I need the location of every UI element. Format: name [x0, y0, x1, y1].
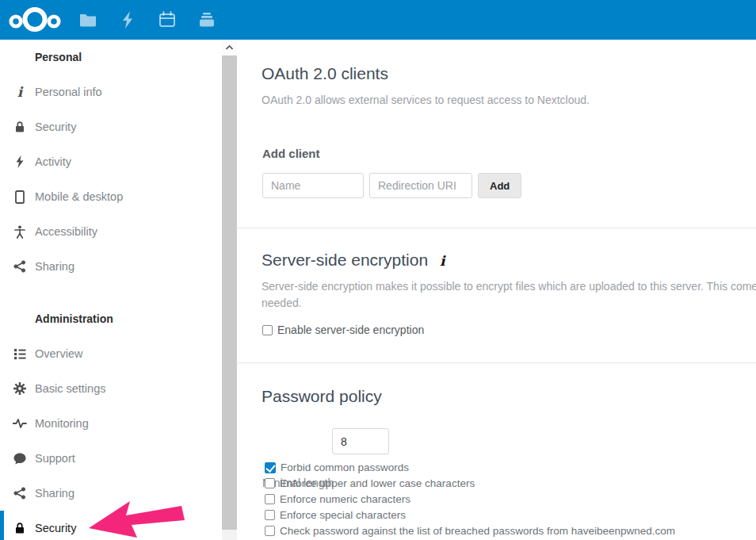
lightning-icon — [13, 155, 27, 169]
phone-icon — [13, 190, 27, 204]
sidebar-item-security-admin[interactable]: Security — [0, 511, 222, 540]
oauth-section-description: OAuth 2.0 allows external services to re… — [262, 94, 590, 106]
share-icon — [13, 486, 27, 500]
enforce-special-checkbox[interactable] — [265, 510, 275, 520]
enforce-numeric-row[interactable]: Enforce numeric characters — [265, 493, 410, 505]
sidebar-item-overview[interactable]: Overview — [0, 336, 222, 371]
client-name-input[interactable] — [262, 173, 364, 198]
deck-icon[interactable] — [197, 10, 216, 29]
check-hibp-checkbox[interactable] — [265, 526, 275, 536]
sidebar-item-support[interactable]: Support — [0, 441, 222, 476]
enable-encryption-checkbox[interactable] — [262, 325, 273, 335]
top-header-bar — [0, 0, 756, 40]
redirection-uri-input[interactable] — [369, 173, 472, 198]
encryption-description-line2: needed. — [262, 297, 302, 309]
sidebar-item-monitoring[interactable]: Monitoring — [0, 406, 222, 441]
accessibility-icon — [13, 224, 27, 239]
enforce-special-row[interactable]: Enforce special characters — [265, 509, 406, 521]
password-policy-section-title: Password policy — [262, 387, 382, 406]
sidebar-scrollbar[interactable] — [222, 40, 237, 540]
nextcloud-logo-icon[interactable] — [9, 6, 61, 33]
enforce-numeric-checkbox[interactable] — [265, 494, 275, 504]
sidebar-item-sharing-admin[interactable]: Sharing — [0, 476, 222, 511]
section-divider — [238, 228, 756, 228]
sidebar-item-accessibility[interactable]: Accessibility — [0, 214, 222, 249]
scrollbar-thumb[interactable] — [222, 56, 237, 530]
add-client-button[interactable]: Add — [478, 173, 521, 198]
info-icon: i — [13, 85, 27, 99]
section-divider — [238, 362, 756, 363]
enforce-upper-lower-checkbox[interactable] — [265, 478, 275, 488]
info-icon[interactable]: i — [440, 253, 445, 269]
activity-lightning-icon[interactable] — [118, 10, 137, 29]
forbid-common-passwords-row[interactable]: Forbid common passwords — [265, 461, 409, 473]
check-hibp-row[interactable]: Check password against the list of breac… — [265, 525, 675, 537]
gear-icon — [13, 381, 27, 396]
sidebar-gap — [0, 284, 222, 301]
settings-content: OAuth 2.0 clients OAuth 2.0 allows exter… — [238, 40, 756, 540]
sidebar-item-security-personal[interactable]: Security — [0, 109, 222, 144]
encryption-section-title: Server-side encryptioni — [262, 251, 445, 270]
minimal-length-input[interactable] — [332, 428, 389, 454]
calendar-icon[interactable] — [158, 10, 177, 29]
sidebar-item-personal-info[interactable]: i Personal info — [0, 75, 222, 109]
lock-icon — [13, 120, 27, 134]
enable-encryption-checkbox-row[interactable]: Enable server-side encryption — [262, 324, 424, 336]
sidebar-section-administration: Administration — [0, 301, 222, 336]
sidebar-item-basic-settings[interactable]: Basic settings — [0, 371, 222, 406]
monitoring-icon — [13, 416, 27, 431]
share-icon — [13, 259, 27, 274]
lock-icon — [13, 521, 27, 535]
add-client-heading: Add client — [262, 147, 320, 160]
chat-icon — [13, 451, 27, 465]
sidebar-item-sharing-personal[interactable]: Sharing — [0, 249, 222, 284]
chevron-up-icon — [226, 45, 233, 50]
sidebar-section-personal: Personal — [0, 40, 222, 75]
nextcloud-settings-page: Personal i Personal info Security Activi… — [0, 0, 756, 540]
files-folder-icon[interactable] — [78, 10, 97, 29]
list-icon — [13, 347, 27, 361]
encryption-description-line1: Server-side encryption makes it possible… — [262, 280, 756, 293]
enforce-upper-lower-row[interactable]: Enforce upper and lower case characters — [265, 477, 475, 489]
scrollbar-up-button[interactable] — [222, 40, 237, 56]
active-indicator-bar — [0, 511, 4, 540]
forbid-common-passwords-checkbox[interactable] — [265, 462, 276, 473]
settings-sidebar: Personal i Personal info Security Activi… — [0, 40, 222, 540]
sidebar-item-activity[interactable]: Activity — [0, 144, 222, 179]
sidebar-item-mobile-desktop[interactable]: Mobile & desktop — [0, 179, 222, 214]
oauth-section-title: OAuth 2.0 clients — [262, 64, 388, 83]
